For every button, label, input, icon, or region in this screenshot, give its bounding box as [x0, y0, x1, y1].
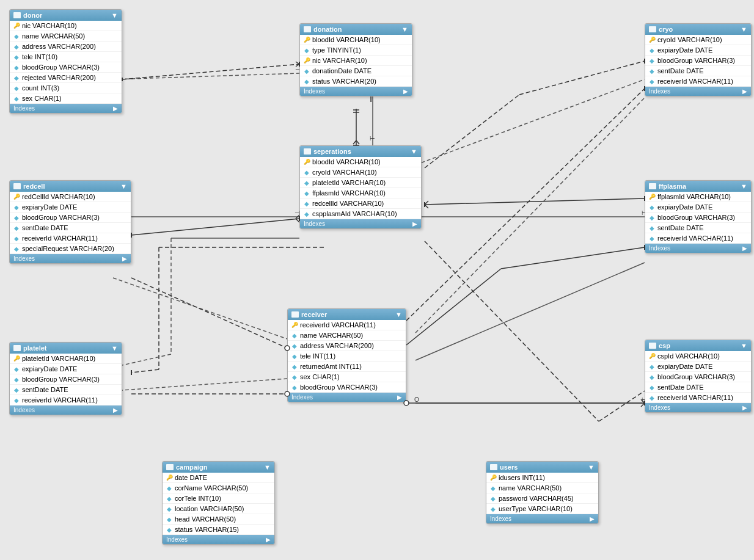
- svg-line-42: [425, 198, 645, 205]
- table-row: ◆name VARCHAR(50): [486, 483, 598, 493]
- table-cryo-header: cryo ▼: [645, 24, 751, 35]
- indexes-label: Indexes: [649, 404, 670, 411]
- diamond-icon: ◆: [490, 506, 496, 512]
- table-donation-title: donation: [313, 26, 342, 33]
- table-cryo: cryo ▼ 🔑cryoId VARCHAR(10) ◆expiaryDate …: [645, 23, 752, 96]
- svg-line-23: [122, 64, 299, 79]
- table-donation-header: donation ▼: [300, 24, 412, 35]
- diamond-icon: ◆: [13, 214, 20, 220]
- diamond-icon: ◆: [13, 366, 20, 372]
- diamond-icon: ◆: [304, 200, 310, 206]
- table-receiver-footer[interactable]: Indexes ▶: [288, 393, 406, 402]
- field-text: specialRequest VARCHAR(20): [22, 245, 114, 252]
- table-seperations: seperations ▼ 🔑bloodId VARCHAR(10) ◆cryo…: [299, 145, 422, 229]
- field-text: ffplasmId VARCHAR(10): [657, 193, 731, 200]
- svg-line-0: [113, 73, 299, 79]
- diamond-icon: ◆: [166, 516, 172, 522]
- diamond-icon: ◆: [13, 225, 20, 231]
- table-row: ◆ffplasmId VARCHAR(10): [300, 188, 421, 198]
- indexes-arrow: ▶: [742, 404, 747, 411]
- key-icon: 🔑: [304, 57, 310, 64]
- diamond-icon: ◆: [304, 78, 310, 84]
- indexes-label: Indexes: [13, 407, 35, 413]
- platelet-header-arrow: ▼: [111, 344, 118, 352]
- table-row: ◆expiaryDate DATE: [645, 362, 751, 372]
- diamond-icon: ◆: [649, 384, 655, 390]
- redcell-header-arrow: ▼: [120, 183, 127, 190]
- field-text: bloodGroup VARCHAR(3): [657, 57, 735, 64]
- table-row: ◆expiaryDate DATE: [10, 202, 131, 213]
- key-icon: 🔑: [304, 159, 310, 165]
- field-text: receiverId VARCHAR(11): [300, 321, 376, 329]
- key-icon: 🔑: [166, 475, 172, 481]
- db-icon: [291, 311, 299, 318]
- table-redcell-footer[interactable]: Indexes ▶: [10, 254, 131, 263]
- db-icon: [649, 26, 656, 32]
- svg-line-16: [113, 278, 287, 339]
- ffplasma-header-arrow: ▼: [741, 183, 747, 190]
- svg-line-17: [113, 379, 287, 391]
- table-row: ◆sentDate DATE: [645, 223, 751, 233]
- field-text: expiaryDate DATE: [22, 203, 77, 211]
- table-row: 🔑cspId VARCHAR(10): [645, 351, 751, 362]
- table-csp: csp ▼ 🔑cspId VARCHAR(10) ◆expiaryDate DA…: [645, 340, 752, 413]
- indexes-arrow: ▶: [742, 88, 747, 95]
- table-row: ◆type TINYINT(1): [300, 45, 412, 56]
- donor-header-arrow: ▼: [111, 12, 118, 19]
- table-row: ◆bloodGroup VARCHAR(3): [288, 382, 406, 393]
- table-row: ◆bloodGroup VARCHAR(3): [10, 62, 122, 73]
- table-row: ◆count INT(3): [10, 83, 122, 93]
- field-text: bloodId VARCHAR(10): [312, 36, 381, 43]
- table-donor-footer[interactable]: Indexes ▶: [10, 104, 122, 113]
- table-row: 🔑bloodId VARCHAR(10): [300, 157, 421, 167]
- table-row: 🔑ffplasmId VARCHAR(10): [645, 192, 751, 202]
- table-platelet-footer[interactable]: Indexes ▶: [10, 405, 122, 415]
- table-receiver-title: receiver: [301, 311, 327, 318]
- field-text: date DATE: [175, 474, 207, 481]
- table-ffplasma-title: ffplasma: [659, 183, 686, 190]
- field-text: location VARCHAR(50): [175, 505, 244, 512]
- table-ffplasma-footer[interactable]: Indexes ▶: [645, 244, 751, 253]
- svg-line-37: [131, 219, 299, 235]
- table-csp-footer[interactable]: Indexes ▶: [645, 403, 751, 412]
- users-header-arrow: ▼: [588, 464, 595, 471]
- field-text: idusers INT(11): [499, 474, 545, 481]
- indexes-arrow: ▶: [266, 536, 271, 543]
- table-donor-header: donor ▼: [10, 10, 122, 21]
- table-users-footer[interactable]: Indexes ▶: [486, 514, 598, 523]
- field-text: sentDate DATE: [22, 224, 68, 231]
- db-icon: [649, 343, 656, 349]
- diamond-icon: ◆: [166, 485, 172, 491]
- diamond-icon: ◆: [166, 526, 172, 533]
- key-icon: 🔑: [490, 475, 496, 481]
- table-row: ◆tele INT(11): [288, 351, 406, 362]
- diamond-icon: ◆: [13, 54, 20, 60]
- field-text: password VARCHAR(45): [499, 495, 574, 502]
- db-icon: [166, 464, 174, 470]
- field-text: sentDate DATE: [657, 224, 704, 231]
- table-campaign-footer[interactable]: Indexes ▶: [163, 535, 274, 544]
- table-row: ◆bloodGroup VARCHAR(3): [645, 213, 751, 223]
- diamond-icon: ◆: [166, 506, 172, 512]
- table-cryo-footer[interactable]: Indexes ▶: [645, 87, 751, 96]
- table-row: ◆returnedAmt INT(11): [288, 362, 406, 372]
- table-row: ◆head VARCHAR(50): [163, 514, 274, 525]
- table-donation-footer[interactable]: Indexes ▶: [300, 87, 412, 96]
- diamond-icon: ◆: [13, 75, 20, 81]
- field-text: sentDate DATE: [22, 386, 68, 393]
- campaign-header-arrow: ▼: [264, 464, 271, 471]
- field-text: head VARCHAR(50): [175, 515, 236, 523]
- field-text: name VARCHAR(50): [499, 484, 562, 492]
- field-text: receiverId VARCHAR(11): [657, 235, 733, 242]
- table-seperations-footer[interactable]: Indexes ▶: [300, 219, 421, 228]
- svg-line-49: [131, 369, 159, 373]
- table-row: ◆sentDate DATE: [645, 66, 751, 76]
- key-icon: 🔑: [649, 37, 655, 43]
- table-row: ◆sex CHAR(1): [288, 372, 406, 382]
- table-platelet-header: platelet ▼: [10, 343, 122, 354]
- table-row: ◆address VARCHAR(200): [10, 42, 122, 52]
- field-text: sex CHAR(1): [22, 95, 62, 102]
- diamond-icon: ◆: [649, 57, 655, 64]
- svg-line-6: [415, 79, 645, 165]
- table-ffplasma-header: ffplasma ▼: [645, 181, 751, 192]
